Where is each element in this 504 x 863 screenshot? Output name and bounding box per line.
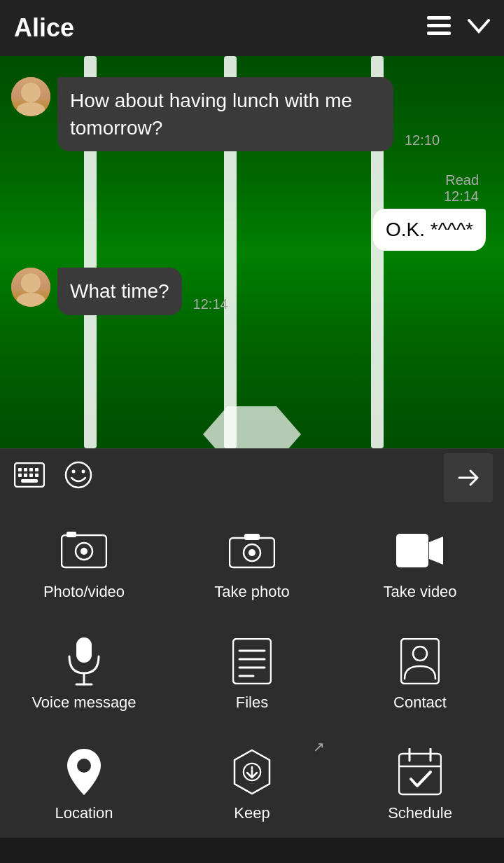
video-icon — [395, 525, 445, 576]
emoji-icon[interactable] — [62, 458, 95, 497]
action-files[interactable]: Files — [168, 616, 336, 727]
send-button[interactable] — [444, 453, 493, 502]
contact-icon — [395, 636, 445, 686]
svg-rect-4 — [18, 468, 22, 471]
message-bubble: What time? — [57, 268, 182, 315]
message-row: O.K. *^^^* — [11, 209, 493, 251]
message-bubble: How about having lunch with me tomorrow? — [57, 77, 393, 151]
files-icon — [227, 636, 277, 686]
message-time: 12:14 — [193, 296, 228, 312]
message-text: How about having lunch with me tomorrow? — [70, 90, 352, 139]
svg-rect-12 — [21, 479, 38, 483]
svg-point-18 — [80, 548, 88, 555]
menu-icon[interactable] — [427, 16, 451, 41]
read-receipt: Read12:14 — [444, 172, 479, 204]
svg-rect-9 — [24, 474, 27, 477]
contact-name: Alice — [14, 13, 74, 43]
chevron-down-icon[interactable] — [468, 17, 490, 39]
action-label: Voice message — [31, 693, 136, 712]
action-label: Keep — [234, 804, 270, 822]
svg-rect-1 — [427, 24, 451, 27]
action-take-photo[interactable]: Take photo — [168, 506, 336, 616]
svg-rect-8 — [18, 474, 22, 477]
action-keep[interactable]: ↗ Keep — [168, 727, 336, 838]
action-label: Location — [55, 804, 113, 822]
action-location[interactable]: Location — [0, 727, 168, 838]
svg-rect-10 — [29, 474, 33, 477]
action-label: Take photo — [214, 583, 290, 601]
avatar-face — [11, 77, 50, 116]
action-grid: Photo/video Take photo Take video — [0, 506, 504, 838]
action-take-video[interactable]: Take video — [336, 506, 504, 616]
external-link-icon: ↗ — [313, 738, 325, 755]
chat-area: How about having lunch with me tomorrow?… — [0, 56, 504, 448]
location-icon — [59, 747, 109, 797]
action-label: Files — [236, 693, 268, 712]
message-text: What time? — [70, 280, 169, 302]
keyboard-icon[interactable] — [11, 460, 48, 496]
message-text: O.K. *^^^* — [386, 219, 473, 240]
action-label: Contact — [393, 693, 447, 712]
message-time: 12:10 — [405, 132, 440, 149]
svg-rect-11 — [35, 474, 38, 477]
svg-rect-24 — [396, 534, 428, 567]
header-icons — [427, 16, 490, 41]
svg-point-14 — [72, 469, 76, 473]
mic-icon — [59, 636, 109, 686]
action-label: Photo/video — [43, 583, 125, 601]
message-bubble: O.K. *^^^* — [373, 209, 486, 251]
message-row: How about having lunch with me tomorrow?… — [11, 77, 493, 151]
header: Alice — [0, 0, 504, 56]
action-contact[interactable]: Contact — [336, 616, 504, 727]
svg-rect-6 — [29, 468, 33, 471]
action-label: Schedule — [388, 804, 452, 822]
action-label: Take video — [383, 583, 456, 601]
svg-rect-38 — [399, 754, 441, 794]
camera-icon — [227, 525, 277, 576]
svg-point-35 — [77, 759, 91, 773]
action-photo-video[interactable]: Photo/video — [0, 506, 168, 616]
schedule-icon — [395, 747, 445, 797]
action-schedule[interactable]: Schedule — [336, 727, 504, 838]
photo-video-icon — [59, 525, 109, 576]
action-voice-message[interactable]: Voice message — [0, 616, 168, 727]
avatar — [11, 77, 50, 116]
svg-rect-5 — [24, 468, 27, 471]
svg-point-13 — [66, 462, 91, 488]
svg-rect-7 — [35, 468, 38, 471]
svg-point-22 — [248, 549, 255, 556]
svg-rect-19 — [66, 532, 76, 537]
svg-point-15 — [82, 469, 85, 473]
svg-point-34 — [413, 647, 427, 661]
svg-rect-2 — [427, 32, 451, 35]
svg-rect-23 — [244, 534, 260, 540]
keep-icon — [227, 747, 277, 797]
avatar-face — [11, 268, 50, 307]
message-row: What time? 12:14 — [11, 268, 493, 315]
input-bar — [0, 448, 504, 506]
messages-container: How about having lunch with me tomorrow?… — [0, 56, 504, 448]
svg-rect-0 — [427, 16, 451, 20]
svg-rect-25 — [76, 637, 92, 663]
avatar — [11, 268, 50, 307]
